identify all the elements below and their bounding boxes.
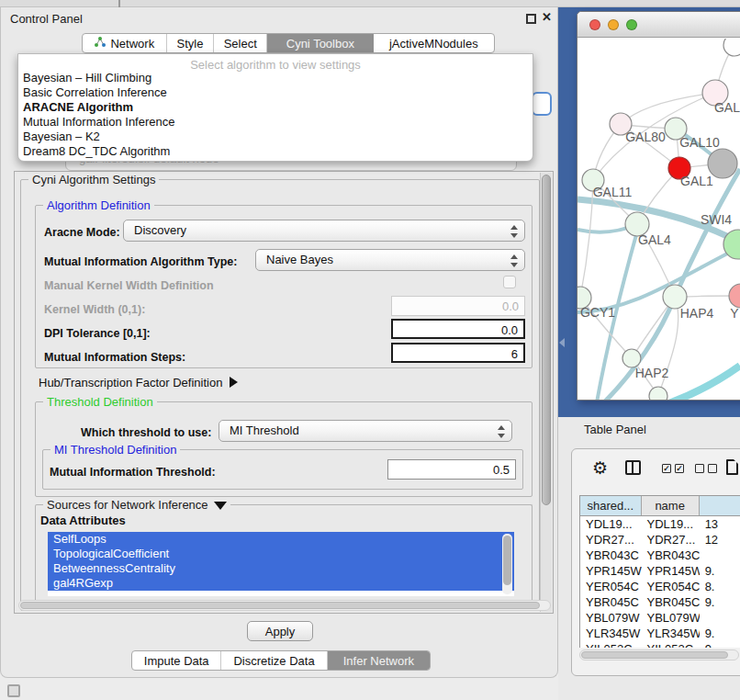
select-all-icon[interactable]: ✓ [675,464,684,473]
minimize-traffic-light[interactable] [608,19,619,30]
tab-cyni-toolbox[interactable]: Cyni Toolbox [267,34,373,52]
mi-type-label: Mutual Information Algorithm Type: [44,255,237,268]
mi-threshold-field[interactable]: 0.5 [387,459,516,480]
table-row[interactable]: YBR043CYBR043C [580,548,740,563]
table-cell: 8. [700,579,740,594]
table-row[interactable]: YBR045CYBR045C9. [580,594,740,610]
mi-type-combo[interactable]: Naive Bayes [255,249,525,271]
network-node[interactable] [649,387,667,401]
select-all-icon[interactable]: ✓ [662,464,671,473]
tab-label: Discretize Data [233,654,314,668]
dpi-tolerance-field[interactable]: 0.0 [391,319,525,339]
data-attribute-item[interactable]: SelfLoops [48,532,514,547]
scrollbar-thumb[interactable] [581,651,728,659]
panel-collapse-arrow-icon[interactable] [559,338,565,347]
table-cell: YPR145W [580,563,642,579]
apply-button[interactable]: Apply [247,621,313,641]
column-header[interactable]: shared... [580,496,642,515]
data-attribute-item[interactable]: gal4RGexp [48,576,514,591]
table-horizontal-scrollbar[interactable] [579,649,739,660]
control-panel-title: Control Panel [10,12,83,26]
table-cell: YBL079W [580,610,642,626]
tab-select[interactable]: Select [214,34,267,52]
algorithm-option[interactable]: Bayesian – Hill Climbing [18,71,533,85]
tab-infer-network[interactable]: Infer Network [328,651,430,670]
group-title: Threshold Definition [43,395,157,409]
new-column-icon[interactable] [726,459,738,475]
network-window-titlebar[interactable] [577,12,740,38]
combo-spinner-icon [510,254,518,268]
zoom-traffic-light[interactable] [626,19,637,30]
mi-steps-field[interactable]: 6 [391,343,525,363]
table-row[interactable]: YLR345WYLR345W9. [580,626,740,641]
data-attribute-item[interactable]: TopologicalCoefficient [48,547,514,561]
algorithm-option[interactable]: Bayesian – K2 [18,130,533,144]
table-row[interactable]: YDR27...YDR27...12 [580,532,740,548]
deselect-all-icon[interactable] [695,464,704,473]
algorithm-option[interactable]: Basic Correlation Inference [18,85,533,100]
table-cell: YBR045C [580,594,642,610]
network-edge[interactable] [667,366,740,401]
network-canvas[interactable]: GALGAL80GAL10GAL1GAL11GAL4SWI4GCY1HAP4YH… [577,39,740,401]
gear-icon[interactable]: ⚙ [592,457,608,479]
network-node[interactable] [723,39,740,56]
network-node[interactable] [622,349,641,367]
algorithm-option[interactable]: Mutual Information Inference [18,115,533,130]
column-header[interactable] [700,496,740,515]
collapsed-panel-icon[interactable] [7,684,20,697]
node-label: HAP2 [635,366,669,380]
node-label: GAL10 [679,135,720,150]
tab-impute-data[interactable]: Impute Data [132,651,221,670]
tab-discretize-data[interactable]: Discretize Data [221,651,327,670]
close-traffic-light[interactable] [589,19,600,30]
kernel-width-field[interactable]: 0.0 [391,296,525,316]
deselect-all-icon[interactable] [708,464,717,473]
data-attribute-item[interactable]: BetweennessCentrality [48,561,514,576]
network-edge[interactable] [621,93,715,124]
network-node[interactable] [729,284,740,308]
table-row[interactable]: YDL19...YDL19...13 [580,516,740,532]
table-row[interactable]: YBL079WYBL079W [580,610,740,626]
scrollbar-thumb[interactable] [503,536,511,585]
table-cell: YPR145W [642,563,700,579]
table-row[interactable]: YER054CYER054C8. [580,579,740,594]
column-header[interactable]: name [642,496,700,515]
sources-group-title[interactable]: Sources for Network Inference [43,498,230,512]
hub-definition-toggle[interactable]: Hub/Transcription Factor Definition [39,376,238,390]
combo-spinner-icon [510,224,518,239]
settings-horizontal-scrollbar[interactable] [18,600,551,611]
algorithm-option[interactable]: ARACNE Algorithm [18,100,533,115]
scrollbar-thumb[interactable] [20,602,540,609]
data-attributes-list[interactable]: SelfLoopsTopologicalCoefficientBetweenne… [48,532,514,596]
manual-kernel-label: Manual Kernel Width Definition [44,279,214,292]
float-window-icon[interactable] [526,14,536,24]
table-cell: 9. [700,563,740,579]
tab-label: Impute Data [144,654,209,668]
attributes-scrollbar[interactable] [502,534,512,594]
node-label: GAL [714,100,740,115]
manual-kernel-checkbox[interactable] [503,276,516,288]
tab-label: Cyni Toolbox [286,37,354,51]
tab-label: Network [110,37,154,51]
settings-vertical-scrollbar[interactable] [540,173,552,612]
scrollbar-thumb[interactable] [542,175,551,505]
algorithm-option[interactable]: Dream8 DC_TDC Algorithm [18,144,533,159]
which-threshold-combo[interactable]: MI Threshold [219,420,512,442]
tab-network[interactable]: Network [83,34,167,52]
toolbar-divider [118,0,120,7]
tab-jactivemnodules[interactable]: jActiveMNodules [374,34,494,52]
network-edge[interactable] [577,248,738,312]
tab-style[interactable]: Style [167,34,215,52]
node-label: GAL11 [593,185,633,199]
data-attributes-label: Data Attributes [40,514,126,527]
table-row[interactable]: YIL052CYIL052C9. [580,641,740,648]
sources-title-label: Sources for Network Inference [47,498,208,512]
table-cell: YIL052C [580,641,642,648]
aracne-mode-combo[interactable]: Discovery [123,220,525,242]
split-columns-icon[interactable] [625,460,641,475]
node-label: SWI4 [701,212,732,227]
close-icon[interactable]: ✕ [542,10,552,24]
node-table[interactable]: shared...name YDL19...YDL19...13YDR27...… [579,495,740,648]
table-row[interactable]: YPR145WYPR145W9. [580,563,740,579]
combo-value: Naive Bayes [266,253,333,266]
